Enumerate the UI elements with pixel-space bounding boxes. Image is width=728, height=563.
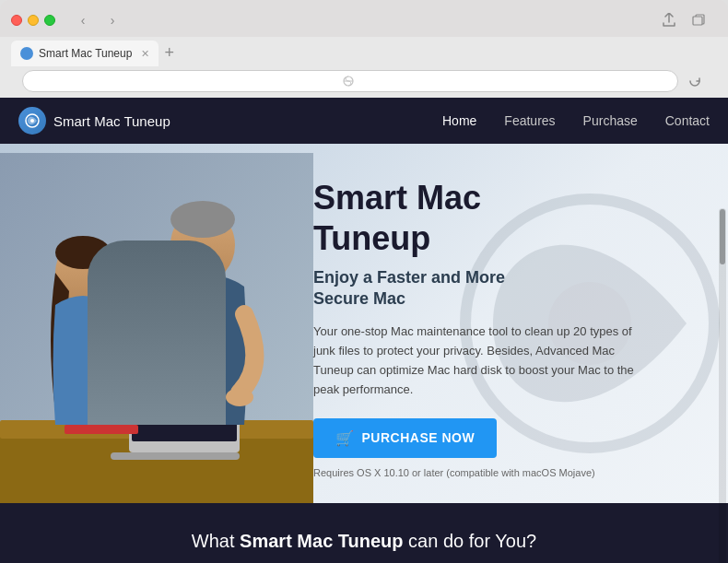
website-content: Smart Mac Tuneup Home Features Purchase … bbox=[0, 98, 728, 563]
cart-icon: 🛒 bbox=[335, 429, 355, 447]
site-nav: Smart Mac Tuneup Home Features Purchase … bbox=[0, 98, 728, 144]
reload-button[interactable] bbox=[684, 70, 706, 92]
hero-image bbox=[0, 153, 313, 503]
logo-text: Smart Mac Tuneup bbox=[53, 113, 170, 129]
maximize-button[interactable] bbox=[44, 15, 55, 26]
purchase-btn-label: PURCHASE NOW bbox=[362, 430, 476, 445]
window-button[interactable] bbox=[687, 9, 710, 31]
purchase-now-button[interactable]: 🛒 PURCHASE NOW bbox=[313, 418, 497, 458]
requirement-text: Requires OS X 10.10 or later (compatible… bbox=[313, 467, 636, 478]
address-bar-row bbox=[11, 66, 717, 98]
svg-point-14 bbox=[55, 236, 111, 269]
tab-close[interactable]: ✕ bbox=[141, 48, 149, 60]
svg-rect-10 bbox=[132, 386, 237, 441]
svg-point-16 bbox=[170, 201, 235, 238]
title-bar: ‹ › bbox=[0, 0, 728, 37]
features-title-plain: What bbox=[192, 531, 240, 551]
minimize-button[interactable] bbox=[28, 15, 39, 26]
nav-features[interactable]: Features bbox=[504, 112, 555, 129]
hero-description: Your one-stop Mac maintenance tool to cl… bbox=[313, 323, 636, 399]
browser-window: ‹ › Smart Mac Tuneup ✕ bbox=[0, 0, 728, 563]
back-button[interactable]: ‹ bbox=[70, 11, 96, 29]
address-bar[interactable] bbox=[22, 70, 678, 92]
nav-home[interactable]: Home bbox=[442, 112, 476, 129]
features-section: What Smart Mac Tuneup can do for You? bbox=[0, 503, 728, 563]
logo-icon bbox=[18, 107, 46, 135]
nav-purchase[interactable]: Purchase bbox=[583, 112, 638, 129]
svg-point-3 bbox=[30, 119, 34, 123]
svg-rect-0 bbox=[693, 17, 702, 25]
hero-content: Smart MacTuneup Enjoy a Faster and MoreS… bbox=[276, 144, 663, 503]
scrollbar[interactable] bbox=[719, 208, 726, 563]
nav-links: Home Features Purchase Contact bbox=[442, 112, 710, 129]
features-title: What Smart Mac Tuneup can do for You? bbox=[18, 531, 710, 552]
svg-point-17 bbox=[226, 388, 253, 406]
browser-tab[interactable]: Smart Mac Tuneup ✕ bbox=[11, 41, 159, 66]
scrollbar-thumb[interactable] bbox=[720, 209, 725, 264]
site-logo: Smart Mac Tuneup bbox=[18, 107, 170, 135]
nav-buttons: ‹ › bbox=[70, 11, 125, 29]
hero-section: Smart MacTuneup Enjoy a Faster and MoreS… bbox=[0, 144, 728, 503]
features-title-suffix: can do for You? bbox=[408, 531, 536, 551]
hero-subtitle: Enjoy a Faster and MoreSecure Mac bbox=[313, 267, 636, 311]
traffic-lights bbox=[11, 15, 55, 26]
hero-title: Smart MacTuneup bbox=[313, 178, 636, 257]
tab-favicon bbox=[20, 47, 33, 60]
svg-rect-9 bbox=[129, 383, 240, 452]
svg-rect-12 bbox=[65, 425, 138, 434]
tab-title: Smart Mac Tuneup bbox=[39, 47, 132, 60]
new-tab-button[interactable]: + bbox=[164, 43, 174, 66]
features-title-bold: Smart Mac Tuneup bbox=[240, 531, 403, 551]
svg-rect-11 bbox=[111, 452, 240, 460]
nav-contact[interactable]: Contact bbox=[665, 112, 710, 129]
close-button[interactable] bbox=[11, 15, 22, 26]
share-button[interactable] bbox=[658, 9, 680, 31]
forward-button[interactable]: › bbox=[100, 11, 125, 29]
